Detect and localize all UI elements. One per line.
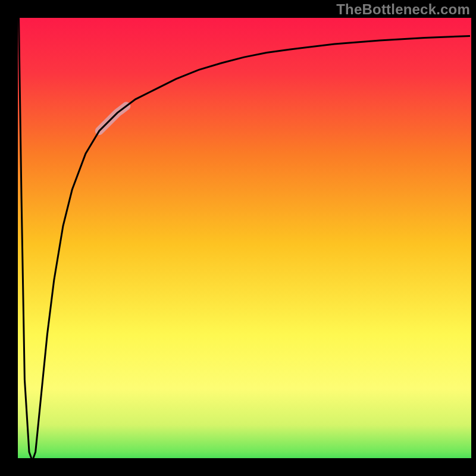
chart-container: TheBottleneck.com	[0, 0, 476, 476]
frame-right	[471, 0, 476, 476]
frame-left	[0, 0, 18, 476]
frame-bottom	[0, 458, 476, 476]
bottleneck-chart	[0, 0, 476, 476]
gradient-background	[18, 18, 471, 470]
watermark-text: TheBottleneck.com	[336, 1, 470, 18]
